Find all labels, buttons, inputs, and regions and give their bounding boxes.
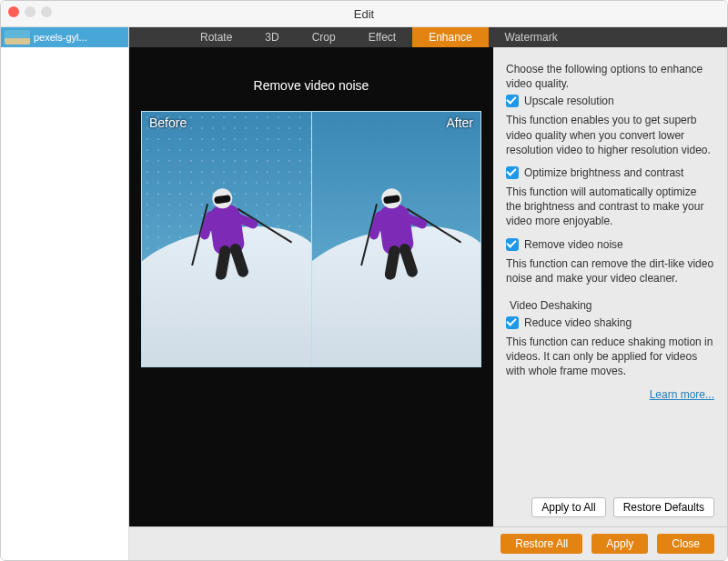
tab-enhance[interactable]: Enhance <box>412 27 488 47</box>
apply-button[interactable]: Apply <box>592 534 648 554</box>
tab-3d[interactable]: 3D <box>248 27 295 47</box>
option-upscale[interactable]: Upscale resolution <box>506 95 714 107</box>
tab-watermark[interactable]: Watermark <box>489 27 574 47</box>
panel-buttons: Apply to All Restore Defaults <box>506 497 714 517</box>
after-label: After <box>446 115 473 130</box>
close-button[interactable]: Close <box>657 534 714 554</box>
option-label: Remove video noise <box>524 238 623 251</box>
skier-icon <box>207 203 245 255</box>
sidebar-item-label: pexels-gyl... <box>34 32 87 43</box>
titlebar: Edit <box>1 1 727 27</box>
zoom-window-icon[interactable] <box>41 6 52 17</box>
deshake-header: Video Deshaking <box>510 298 714 313</box>
before-after-compare: Before After <box>141 111 481 367</box>
preview-title: Remove video noise <box>254 78 369 93</box>
option-label: Optimize brightness and contrast <box>524 166 683 179</box>
tab-effect[interactable]: Effect <box>352 27 412 47</box>
option-desc: This function enables you to get superb … <box>506 113 714 157</box>
apply-to-all-button[interactable]: Apply to All <box>531 497 605 517</box>
checkbox-checked-icon <box>506 95 519 107</box>
minimize-window-icon[interactable] <box>25 6 35 17</box>
option-label: Upscale resolution <box>524 95 614 107</box>
content: Remove video noise <box>129 47 727 526</box>
learn-more-link[interactable]: Learn more... <box>506 388 714 401</box>
edit-window: Edit pexels-gyl... Rotate 3D Crop Effect… <box>0 0 728 561</box>
preview-pane: Remove video noise <box>129 47 493 526</box>
checkbox-checked-icon <box>506 316 519 329</box>
skier-icon <box>378 203 415 255</box>
options-panel: Choose the following options to enhance … <box>493 47 727 526</box>
option-brightness[interactable]: Optimize brightness and contrast <box>506 166 714 179</box>
preview-before <box>142 112 311 366</box>
tab-rotate[interactable]: Rotate <box>184 27 248 47</box>
tab-spacer <box>129 27 184 47</box>
option-noise[interactable]: Remove video noise <box>506 238 714 251</box>
option-desc: This function can remove the dirt-like v… <box>506 256 714 286</box>
checkbox-checked-icon <box>506 166 519 179</box>
footer: Restore All Apply Close <box>129 526 727 560</box>
tab-crop[interactable]: Crop <box>296 27 352 47</box>
close-window-icon[interactable] <box>8 6 19 17</box>
before-label: Before <box>149 115 187 130</box>
sidebar-item[interactable]: pexels-gyl... <box>1 27 128 47</box>
window-title: Edit <box>354 7 374 21</box>
panel-intro: Choose the following options to enhance … <box>506 62 714 91</box>
restore-all-button[interactable]: Restore All <box>500 534 582 554</box>
restore-defaults-button[interactable]: Restore Defaults <box>613 497 714 517</box>
window-controls <box>8 6 52 17</box>
option-desc: This function can reduce shaking motion … <box>506 335 714 379</box>
preview-after <box>311 112 481 366</box>
tab-bar: Rotate 3D Crop Effect Enhance Watermark <box>129 27 727 47</box>
option-deshake[interactable]: Reduce video shaking <box>506 316 714 329</box>
body: pexels-gyl... Rotate 3D Crop Effect Enha… <box>1 27 727 560</box>
video-thumbnail-icon <box>5 30 30 45</box>
option-label: Reduce video shaking <box>524 316 632 329</box>
main: Rotate 3D Crop Effect Enhance Watermark … <box>129 27 727 560</box>
checkbox-checked-icon <box>506 238 519 251</box>
sidebar: pexels-gyl... <box>1 27 129 560</box>
option-desc: This function will automatically optimiz… <box>506 185 714 229</box>
